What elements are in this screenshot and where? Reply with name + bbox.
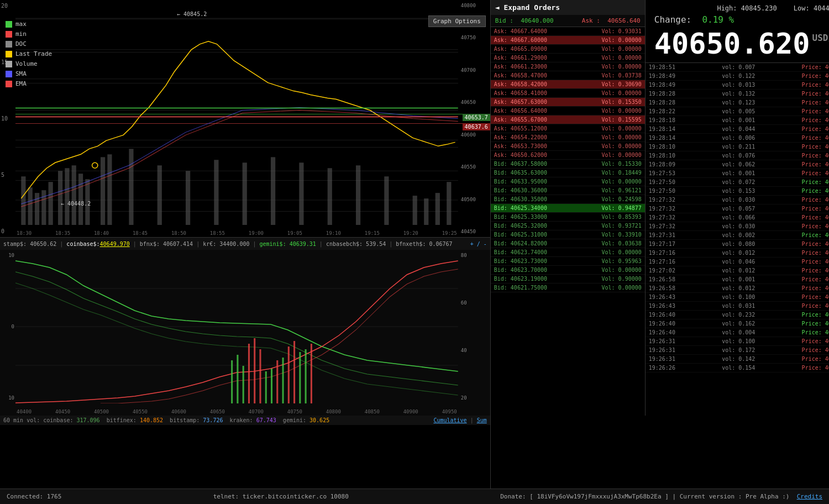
graph-options-button[interactable]: Graph Options (428, 15, 486, 27)
trade-row: 19:28:49vol: 0.122Price: 40637.970 (646, 72, 829, 81)
trade-row: 19:27:31vol: 0.002Price: 40607.850 (646, 231, 829, 240)
svg-rect-52 (305, 349, 307, 403)
order-row: Ask: 40665.09000Vol: 0.00000 (491, 45, 645, 54)
legend-ema-color (6, 81, 12, 87)
svg-rect-51 (299, 352, 301, 403)
trade-row: 19:27:50vol: 0.072Price: 40601.510 (646, 178, 829, 187)
trade-row: 19:28:14vol: 0.044Price: 40619.940 (646, 125, 829, 134)
order-row: Ask: 40650.62000Vol: 0.00000 (491, 151, 645, 160)
legend-doc-label: DOC (15, 39, 27, 49)
order-row: Ask: 40667.60000Vol: 0.00000 (491, 36, 645, 45)
coinbase-vol-val: 317.096 (76, 417, 99, 423)
sum-link[interactable]: Sum (477, 417, 487, 423)
trade-row: 19:27:16vol: 0.012Price: 40581.360 (646, 249, 829, 258)
cumulative-link[interactable]: Cumulative (433, 417, 466, 423)
svg-rect-21 (186, 171, 190, 225)
trade-row: 19:26:40vol: 0.232Price: 40559.290 (646, 311, 829, 319)
main-chart: Graph Options max min DOC (0, 0, 490, 238)
trade-row: 19:27:50vol: 0.153Price: 40603.120 (646, 187, 829, 196)
trades-panel: 19:28:51vol: 0.007Price: 40650.62019:28:… (646, 63, 829, 479)
svg-rect-14 (72, 165, 76, 225)
trade-row: 19:28:28vol: 0.132Price: 40612.570 (646, 90, 829, 98)
trade-row: 19:28:14vol: 0.006Price: 40616.280 (646, 134, 829, 143)
order-row: Ask: 40661.23000Vol: 0.00000 (491, 62, 645, 71)
svg-rect-11 (49, 182, 53, 225)
trade-row: 19:28:18vol: 0.001Price: 40636.740 (646, 116, 829, 125)
depth-chart-svg (15, 250, 458, 403)
order-row: Bid: 40625.34000Vol: 0.94877 (491, 204, 645, 213)
orders-list: Ask: 40667.64000Vol: 0.93031Ask: 40667.6… (491, 27, 645, 416)
orders-panel: ◄ Expand Orders Bid : 40640.000 Ask : 40… (491, 0, 646, 416)
order-row: Bid: 40630.36000Vol: 0.96121 (491, 186, 645, 195)
trade-row: 19:27:16vol: 0.046Price: 40571.210 (646, 258, 829, 266)
svg-rect-18 (107, 154, 112, 225)
order-row: Bid: 40625.32000Vol: 0.93721 (491, 222, 645, 230)
svg-rect-47 (276, 360, 278, 403)
svg-rect-12 (58, 171, 62, 225)
legend-volume-color (6, 61, 12, 67)
svg-rect-27 (356, 165, 360, 225)
main-chart-svg (15, 0, 458, 225)
trade-row: 19:28:10vol: 0.076Price: 40601.510 (646, 151, 829, 160)
depth-x-axis: 40400404504050040550 4060040650407004075… (17, 409, 457, 414)
order-row: Ask: 40656.64000Vol: 0.00000 (491, 107, 645, 116)
svg-rect-20 (158, 165, 162, 225)
big-price-display: 40650.620 USD/BTC (654, 29, 829, 58)
svg-rect-9 (35, 193, 39, 225)
legend-doc-color (6, 41, 12, 48)
expand-orders-label: ◄ Expand Orders (495, 3, 560, 12)
right-panel: High: 40845.230 Low: 40448.200 Change: 0… (646, 0, 829, 489)
trade-row: 19:27:32vol: 0.066Price: 40593.310 (646, 213, 829, 222)
bottom-price-annotation: ← 40448.2 (61, 201, 91, 207)
bid-ask-header: Bid : 40640.000 Ask : 40656.640 (491, 15, 645, 27)
legend-min-color (6, 31, 12, 38)
svg-point-35 (92, 162, 98, 168)
svg-rect-42 (248, 344, 250, 403)
svg-rect-29 (413, 196, 417, 225)
kr-ticker: kr€: 34400.000 (203, 241, 249, 247)
top-price-annotation: ← 40845.2 (177, 11, 207, 17)
svg-rect-41 (243, 366, 244, 403)
trade-row: 19:26:31vol: 0.172Price: 40553.110 (646, 346, 829, 355)
trade-row: 19:28:09vol: 0.062Price: 40601.510 (646, 160, 829, 169)
legend-doc: DOC (6, 39, 52, 49)
svg-rect-49 (288, 347, 290, 403)
expand-orders-button[interactable]: ◄ Expand Orders (491, 0, 645, 15)
trade-row: 19:28:22vol: 0.005Price: 40637.970 (646, 107, 829, 116)
trade-row: 19:28:10vol: 0.211Price: 40601.510 (646, 143, 829, 151)
volume-bar: 60 min vol: coinbase: 317.096 bitfinex: … (0, 416, 490, 425)
kraken-vol-val: 67.743 (256, 417, 276, 423)
legend-last-trade-color (6, 51, 12, 57)
trade-row: 19:26:40vol: 0.004Price: 40559.300 (646, 328, 829, 337)
plus-minus-button[interactable]: + / - (470, 241, 487, 247)
svg-rect-50 (293, 341, 295, 403)
order-row: Ask: 40654.22000Vol: 0.00000 (491, 133, 645, 142)
legend-volume-label: Volume (15, 59, 38, 69)
svg-rect-17 (101, 157, 105, 225)
svg-rect-19 (129, 149, 133, 225)
coinbase-val[interactable]: 40649.970 (100, 241, 130, 247)
trade-row: 19:27:02vol: 0.012Price: 40549.220 (646, 266, 829, 275)
change-value: 0.19 % (702, 14, 734, 25)
red-price-box: 40637.6 (463, 123, 490, 130)
svg-rect-13 (65, 168, 69, 225)
svg-rect-31 (436, 193, 440, 225)
order-row: Bid: 40635.63000Vol: 0.18449 (491, 169, 645, 177)
svg-rect-15 (78, 174, 83, 225)
svg-rect-40 (237, 355, 238, 403)
legend-ema: EMA (6, 79, 52, 89)
main-container: Graph Options max min DOC (0, 0, 829, 504)
low-value: Low: 40448.200 (794, 4, 829, 12)
svg-rect-48 (282, 358, 284, 403)
order-row: Ask: 40667.64000Vol: 0.93031 (491, 27, 645, 36)
svg-rect-53 (311, 344, 312, 403)
svg-rect-44 (259, 349, 261, 403)
credits-link[interactable]: Credits (797, 493, 822, 500)
svg-rect-39 (231, 360, 233, 403)
svg-rect-32 (447, 182, 451, 225)
order-row: Bid: 40624.82000Vol: 0.03638 (491, 239, 645, 248)
svg-rect-24 (271, 157, 275, 225)
legend-min: min (6, 29, 52, 39)
svg-rect-43 (254, 338, 255, 403)
order-row: Ask: 40655.12000Vol: 0.00000 (491, 124, 645, 133)
